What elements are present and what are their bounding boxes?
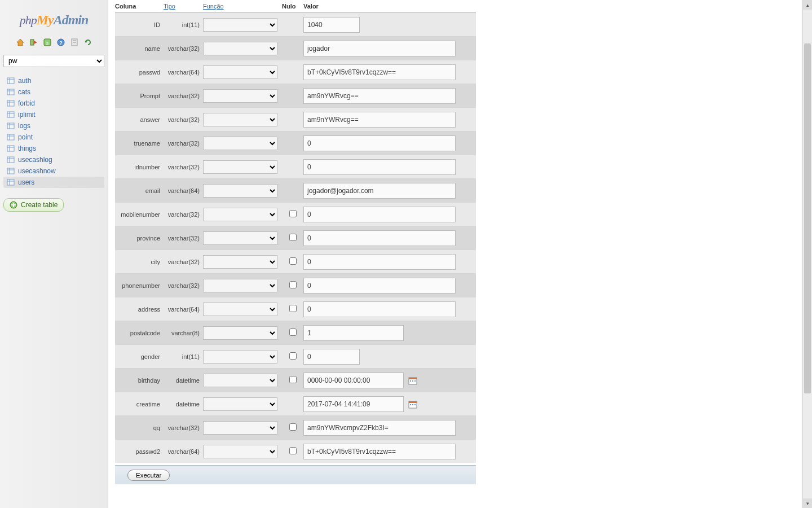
value-cell [303, 325, 476, 341]
logo-part-admin: Admin [54, 12, 89, 27]
function-select[interactable] [203, 65, 277, 79]
value-input[interactable] [303, 207, 456, 222]
sidebar-table-item[interactable]: users [3, 177, 104, 188]
execute-button[interactable]: Executar [127, 470, 170, 481]
header-function[interactable]: Função [203, 3, 282, 10]
function-select[interactable] [203, 208, 277, 221]
function-select[interactable] [203, 326, 277, 340]
value-input[interactable] [303, 278, 456, 294]
function-select[interactable] [203, 255, 277, 269]
sidebar-table-item[interactable]: logs [3, 120, 104, 132]
function-select[interactable] [203, 445, 277, 458]
null-checkbox[interactable] [289, 423, 297, 431]
value-input[interactable] [303, 112, 456, 128]
help-icon[interactable]: ? [56, 38, 65, 47]
function-select[interactable] [203, 184, 277, 198]
null-checkbox[interactable] [289, 447, 297, 454]
function-select[interactable] [203, 160, 277, 174]
function-select[interactable] [203, 279, 277, 292]
value-input[interactable] [303, 41, 456, 56]
function-cell [203, 231, 282, 245]
value-input[interactable] [303, 373, 404, 388]
calendar-icon[interactable] [408, 400, 417, 409]
null-checkbox[interactable] [289, 305, 297, 312]
svg-rect-17 [7, 112, 14, 117]
database-select[interactable]: pw [3, 55, 104, 67]
column-type: varchar(32) [164, 424, 203, 431]
value-input[interactable] [303, 183, 456, 199]
function-cell [203, 303, 282, 316]
value-input[interactable] [303, 135, 456, 151]
doc-icon[interactable] [70, 38, 79, 47]
sidebar-table-item[interactable]: usecashlog [3, 154, 104, 165]
function-select[interactable] [203, 350, 277, 364]
table-label: forbid [18, 99, 35, 107]
function-select[interactable] [203, 18, 277, 32]
data-row: IDint(11) [115, 12, 476, 36]
value-input[interactable] [303, 254, 456, 270]
function-select[interactable] [203, 421, 277, 435]
function-cell [203, 350, 282, 364]
logout-icon[interactable] [29, 38, 38, 47]
function-select[interactable] [203, 89, 277, 103]
value-input[interactable] [303, 230, 456, 246]
function-select[interactable] [203, 397, 277, 411]
svg-rect-49 [412, 404, 413, 405]
function-select[interactable] [203, 137, 277, 150]
sidebar-table-item[interactable]: cats [3, 86, 104, 98]
null-checkbox[interactable] [289, 329, 297, 336]
value-input[interactable] [303, 64, 456, 80]
value-input[interactable] [303, 444, 456, 459]
header-row: Coluna Tipo Função Nulo Valor [115, 0, 476, 12]
value-input[interactable] [303, 88, 456, 104]
sidebar-table-item[interactable]: forbid [3, 98, 104, 109]
reload-icon[interactable] [83, 38, 92, 47]
function-select[interactable] [203, 303, 277, 316]
value-input[interactable] [303, 420, 456, 436]
value-input[interactable] [303, 159, 456, 175]
sidebar-table-item[interactable]: auth [3, 75, 104, 86]
value-input[interactable] [303, 301, 456, 317]
null-checkbox[interactable] [289, 257, 297, 265]
logo-part-my: My [37, 12, 54, 27]
null-checkbox[interactable] [289, 281, 297, 288]
value-cell [303, 135, 476, 151]
null-checkbox[interactable] [289, 352, 297, 360]
svg-rect-35 [7, 179, 14, 185]
function-select[interactable] [203, 231, 277, 245]
value-input[interactable] [303, 396, 404, 412]
column-name: gender [115, 353, 164, 360]
value-input[interactable] [303, 349, 360, 365]
value-cell [303, 64, 476, 80]
value-cell [303, 17, 476, 33]
home-icon[interactable] [16, 38, 25, 47]
value-cell [303, 278, 476, 294]
column-type: datetime [164, 377, 203, 384]
value-input[interactable] [303, 325, 404, 341]
table-icon [7, 88, 15, 96]
function-select[interactable] [203, 113, 277, 126]
null-checkbox[interactable] [289, 376, 297, 383]
column-name: province [115, 235, 164, 242]
value-input[interactable] [303, 17, 360, 33]
sidebar-table-item[interactable]: things [3, 143, 104, 154]
column-name: idnumber [115, 164, 164, 170]
function-select[interactable] [203, 42, 277, 55]
data-row: Promptvarchar(32) [115, 84, 476, 107]
calendar-icon[interactable] [408, 376, 417, 385]
sidebar-table-item[interactable]: usecashnow [3, 165, 104, 177]
null-checkbox[interactable] [289, 234, 297, 241]
function-select[interactable] [203, 374, 277, 387]
sidebar-table-item[interactable]: point [3, 132, 104, 143]
header-column: Coluna [115, 3, 164, 10]
null-checkbox[interactable] [289, 210, 297, 217]
header-type[interactable]: Tipo [164, 3, 203, 10]
footer-bar: Executar [115, 465, 476, 484]
column-name: postalcode [115, 330, 164, 336]
table-label: users [18, 178, 34, 186]
create-table-button[interactable]: Create table [3, 198, 64, 212]
data-row: passwd2varchar(64) [115, 439, 476, 463]
data-row: qqvarchar(32) [115, 415, 476, 439]
sql-icon[interactable]: s [43, 38, 52, 47]
sidebar-table-item[interactable]: iplimit [3, 109, 104, 120]
